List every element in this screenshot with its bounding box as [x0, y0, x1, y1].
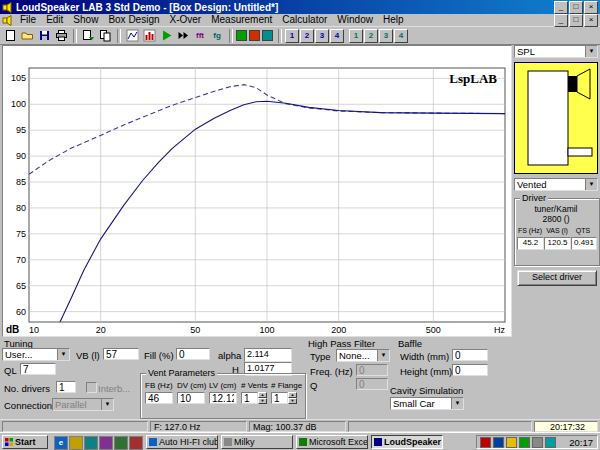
fb-input[interactable] — [145, 392, 173, 404]
copy-button[interactable] — [97, 28, 113, 43]
dv-input[interactable] — [177, 392, 205, 404]
hpf-label: High Pass Filter — [308, 338, 375, 349]
svg-text:20: 20 — [96, 325, 106, 335]
ie-icon[interactable]: e — [54, 436, 68, 450]
menu-edit[interactable]: Edit — [41, 14, 68, 26]
fg-button[interactable]: fg — [209, 28, 225, 43]
tray-schedule-icon[interactable] — [506, 437, 517, 448]
chevron-down-icon[interactable]: ▼ — [57, 349, 69, 360]
child-restore-button[interactable]: □ — [569, 14, 583, 27]
chevron-down-icon[interactable]: ▼ — [451, 398, 463, 409]
run-measurement-button[interactable] — [158, 28, 174, 43]
baffle-width-label: Width (mm) — [400, 351, 449, 362]
child-minimize-button[interactable]: _ — [554, 14, 568, 27]
ql-label: QL — [4, 365, 17, 376]
preset-2-button[interactable]: 2 — [300, 29, 314, 43]
preset-4-button[interactable]: 4 — [330, 29, 344, 43]
child-window-icon[interactable] — [2, 15, 13, 26]
flange-stepper[interactable]: ▲▼ — [288, 392, 297, 404]
outlook-icon[interactable] — [69, 436, 83, 450]
baffle-width-input[interactable] — [452, 349, 488, 361]
tray-msn-icon[interactable] — [545, 437, 556, 448]
title-bar: LoudSpeaker LAB 3 Std Demo - [Box Design… — [0, 0, 600, 14]
show-desktop-icon[interactable] — [84, 436, 98, 450]
preset-1-button[interactable]: 1 — [285, 29, 299, 43]
tray-display-icon[interactable] — [493, 437, 504, 448]
start-button[interactable]: Start — [2, 435, 48, 449]
vents-input[interactable] — [241, 392, 258, 404]
baffle-height-input[interactable] — [452, 364, 488, 376]
tray-antivirus-icon[interactable] — [519, 437, 530, 448]
select-driver-button[interactable]: Select driver — [517, 270, 597, 286]
task-excel[interactable]: Microsoft Excel - ... — [296, 435, 368, 449]
tray-network-icon[interactable] — [532, 437, 543, 448]
box-type-combo[interactable]: Vented▼ — [514, 178, 598, 191]
system-tray: 20:17 — [476, 435, 598, 449]
no-drivers-label: No. drivers — [4, 383, 50, 394]
task-milky[interactable]: Milky — [221, 435, 293, 449]
chevron-down-icon: ▼ — [101, 399, 113, 410]
preset-3-button[interactable]: 3 — [315, 29, 329, 43]
marker-red-button[interactable] — [249, 30, 260, 41]
marker-green-button[interactable] — [236, 30, 247, 41]
menu-show[interactable]: Show — [68, 14, 103, 26]
box-parameters-panel: Tuning User...▼ VB (l) Fill (%) alpha 2.… — [0, 337, 600, 419]
ql-input[interactable] — [20, 363, 56, 375]
task-loudspeaker-lab[interactable]: LoudSpeaker L... — [371, 435, 443, 449]
menu-box-design[interactable]: Box Design — [103, 14, 164, 26]
fs-value: 45.2 — [517, 237, 544, 250]
overlay-3-button[interactable]: 3 — [379, 29, 393, 43]
fill-input[interactable] — [176, 348, 210, 360]
save-button[interactable] — [36, 28, 52, 43]
overlay-1-button[interactable]: 1 — [349, 29, 363, 43]
vb-input[interactable] — [103, 348, 139, 360]
toolbar-separator — [278, 29, 282, 43]
overlay-2-button[interactable]: 2 — [364, 29, 378, 43]
child-close-button[interactable]: × — [584, 14, 598, 27]
vas-header: VAS (l) — [544, 227, 570, 234]
no-drivers-input[interactable] — [56, 381, 76, 393]
cavity-simulation-combo[interactable]: Small Car▼ — [390, 397, 464, 410]
tuning-mode-combo[interactable]: User...▼ — [2, 348, 70, 361]
folder-icon[interactable] — [114, 436, 128, 450]
menu-window[interactable]: Window — [332, 14, 378, 26]
baffle-height-label: Height (mm) — [400, 366, 452, 377]
tray-volume-icon[interactable] — [480, 437, 491, 448]
chevron-down-icon[interactable]: ▼ — [585, 179, 597, 190]
spl-graph-button[interactable] — [124, 28, 140, 43]
tuning-mode-value: User... — [3, 349, 57, 360]
marker-teal-button[interactable] — [262, 30, 273, 41]
media-player-icon[interactable] — [99, 436, 113, 450]
svg-text:LspLAB: LspLAB — [449, 71, 497, 86]
menu-measurement[interactable]: Measurement — [206, 14, 277, 26]
menu-x-over[interactable]: X-Over — [165, 14, 207, 26]
lv-input[interactable] — [209, 392, 237, 404]
menu-calculator[interactable]: Calculator — [277, 14, 332, 26]
close-button[interactable]: × — [584, 1, 598, 14]
fast-forward-button[interactable] — [175, 28, 191, 43]
flange-input[interactable] — [271, 392, 288, 404]
vents-stepper[interactable]: ▲▼ — [258, 392, 267, 404]
menu-help[interactable]: Help — [378, 14, 409, 26]
task-auto-hifi[interactable]: Auto HI-FI club.c... — [146, 435, 218, 449]
view-select-combo[interactable]: SPL▼ — [514, 45, 598, 58]
spl-chart[interactable]: 6065707580859095100105102050100200500dBH… — [3, 46, 511, 336]
maximize-button[interactable]: □ — [569, 1, 583, 14]
excel-icon — [299, 438, 307, 446]
open-file-button[interactable] — [19, 28, 35, 43]
fft-button[interactable]: fft — [192, 28, 208, 43]
hpf-type-combo[interactable]: None...▼ — [336, 349, 390, 362]
new-file-button[interactable] — [2, 28, 18, 43]
menu-file[interactable]: File — [15, 14, 41, 26]
alpha-label: alpha — [218, 350, 241, 361]
minimize-button[interactable]: _ — [554, 1, 568, 14]
overlay-4-button[interactable]: 4 — [394, 29, 408, 43]
chevron-down-icon[interactable]: ▼ — [377, 350, 389, 361]
export-button[interactable] — [80, 28, 96, 43]
channels-icon[interactable] — [129, 436, 143, 450]
print-button[interactable] — [53, 28, 69, 43]
baffle-label: Baffle — [398, 338, 422, 349]
impedance-graph-button[interactable] — [141, 28, 157, 43]
svg-text:200: 200 — [331, 325, 346, 335]
chevron-down-icon[interactable]: ▼ — [585, 46, 597, 57]
